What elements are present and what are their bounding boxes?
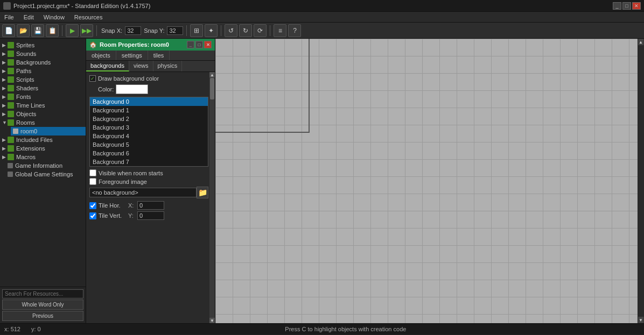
room-props-close[interactable]: ✕ [204,41,212,48]
bg-browse-button[interactable]: 📁 [197,187,208,198]
resource-tree: ▶ Sprites ▶ Sounds ▶ Backgrounds ▶ Paths [0,39,86,287]
tile-vert-y-input[interactable] [137,211,164,220]
tile-hor-x-input[interactable] [137,201,164,210]
game-info-label: Game Information [15,162,62,169]
room-props-maximize[interactable]: □ [195,41,203,48]
menu-resources[interactable]: Resources [72,13,105,22]
info-icon [8,163,13,168]
room-props-minimize[interactable]: _ [187,41,194,48]
room-preview [215,39,310,133]
close-button[interactable]: ✕ [632,2,641,10]
tree-item-timelines[interactable]: ▶ Time Lines [0,101,86,110]
folder-icon-sprites [8,42,14,48]
tree-item-backgrounds[interactable]: ▶ Backgrounds [0,58,86,67]
room-props-title: Room Properties: room0 [100,41,169,48]
list-item[interactable]: Background 5 [90,140,208,149]
color-label: Color: [98,86,114,92]
tab-backgrounds[interactable]: backgrounds [86,61,129,72]
visible-label: Visible when room starts [99,170,163,176]
save-as-button[interactable]: 📋 [46,24,59,37]
tile-vert-row: Tile Vert. Y: [89,211,208,220]
tab-views[interactable]: views [129,61,153,72]
scroll-thumb[interactable] [210,78,214,99]
tree-item-shaders[interactable]: ▶ Shaders [0,84,86,92]
tree-item-scripts[interactable]: ▶ Scripts [0,75,86,84]
tree-item-global-settings[interactable]: Global Game Settings [0,170,86,179]
scroll-down-arrow[interactable]: ▼ [209,318,215,323]
list-item[interactable]: Background 0 [90,97,208,106]
tile-hor-checkbox[interactable] [89,202,96,209]
tab-settings[interactable]: settings [116,51,148,60]
whole-word-button[interactable]: Whole Word Only [2,300,83,310]
list-item[interactable]: Background 6 [90,149,208,158]
menu-edit[interactable]: Edit [22,13,36,22]
canvas-area[interactable] [215,39,638,323]
expand-arrow: ▶ [2,68,8,74]
background-list[interactable]: Background 0 Background 1 Background 2 B… [89,97,208,167]
maximize-button[interactable]: □ [622,2,631,10]
draw-bg-color-label: Draw background color [98,75,159,82]
tree-item-macros[interactable]: ▶ Macros [0,153,86,161]
tree-item-room0[interactable]: room0 [11,127,86,136]
help-btn[interactable]: ? [288,24,301,37]
room-props-content: Draw background color Color: Background … [86,72,215,225]
clear-btn[interactable]: ⟳ [254,24,267,37]
list-item[interactable]: Background 3 [90,123,208,132]
y-value: 0 [38,326,41,332]
new-button[interactable]: 📄 [2,24,15,37]
debug-button[interactable]: ▶▶ [80,24,93,37]
x-value: 512 [11,326,20,332]
scroll-up-arrow[interactable]: ▲ [209,72,215,77]
tree-item-sounds[interactable]: ▶ Sounds [0,49,86,58]
visible-checkbox[interactable] [89,169,96,176]
save-button[interactable]: 💾 [31,24,44,37]
list-item[interactable]: Background 4 [90,132,208,140]
search-input[interactable] [2,289,83,298]
grid-canvas [215,39,638,323]
right-scroll-track [638,45,644,317]
tree-item-extensions[interactable]: ▶ Extensions [0,144,86,153]
undo-btn[interactable]: ↺ [225,24,237,37]
right-scroll-up[interactable]: ▲ [638,39,643,45]
tree-item-rooms[interactable]: ▼ Rooms [0,118,86,127]
foreground-checkbox[interactable] [89,178,96,185]
x-axis-label: X: [128,202,136,209]
run-button[interactable]: ▶ [66,24,79,37]
tab-objects[interactable]: objects [86,51,116,60]
tab-physics[interactable]: physics [153,61,183,72]
menu-window[interactable]: Window [41,13,67,22]
tab-tiles[interactable]: tiles [148,51,170,60]
tree-item-fonts[interactable]: ▶ Fonts [0,92,86,101]
redo-btn[interactable]: ↻ [239,24,252,37]
settings-icon [8,172,13,177]
previous-button[interactable]: Previous [2,311,83,321]
expand-arrow: ▶ [2,154,8,160]
snap-x-label: Snap X: [101,27,122,34]
layers-btn[interactable]: ≡ [274,24,286,37]
list-item[interactable]: Background 7 [90,158,208,166]
snap-toggle[interactable]: ✦ [205,24,218,37]
room0-label: room0 [20,128,37,134]
tree-item-paths[interactable]: ▶ Paths [0,67,86,75]
list-item[interactable]: Background 2 [90,115,208,123]
tile-vert-checkbox[interactable] [89,212,96,219]
list-item[interactable]: Background 1 [90,106,208,115]
color-swatch[interactable] [116,84,148,94]
right-scroll-down[interactable]: ▼ [638,317,643,323]
minimize-button[interactable]: _ [613,2,621,10]
draw-bg-color-checkbox[interactable] [89,75,96,82]
menu-file[interactable]: File [2,13,16,22]
tree-item-included-files[interactable]: ▶ Included Files [0,136,86,144]
snap-x-input[interactable] [125,26,141,35]
tree-item-sprites[interactable]: ▶ Sprites [0,41,86,49]
backgrounds-label: Backgrounds [16,59,51,66]
toolbar-sep-3 [186,25,187,36]
grid-toggle[interactable]: ⊞ [190,24,203,37]
bg-name-input[interactable] [89,188,197,197]
sounds-label: Sounds [16,51,36,57]
tree-item-game-info[interactable]: Game Information [0,161,86,170]
folder-icon-paths [8,68,14,74]
snap-y-input[interactable] [167,26,183,35]
tree-item-objects[interactable]: ▶ Objects [0,110,86,118]
open-button[interactable]: 📂 [17,24,30,37]
